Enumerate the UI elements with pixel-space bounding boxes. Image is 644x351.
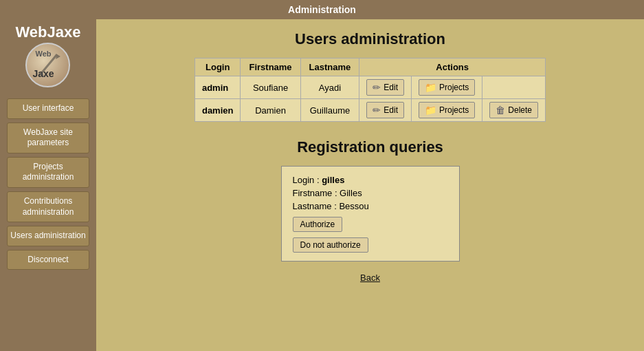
damien-edit-cell: ✏ Edit [359,99,412,122]
sidebar-item-users-administration[interactable]: Users administration [7,226,89,246]
folder-icon: 📁 [425,105,436,116]
damien-delete-cell: 🗑 Delete [482,99,546,122]
damien-edit-button[interactable]: ✏ Edit [366,102,404,118]
damien-projects-button[interactable]: 📁 Projects [419,102,475,118]
damien-delete-button[interactable]: 🗑 Delete [489,102,538,118]
edit-icon: ✏ [373,105,381,116]
admin-edit-cell: ✏ Edit [359,76,412,99]
delete-icon: 🗑 [496,105,505,116]
user-firstname-admin: Soufiane [241,76,300,99]
svg-line-0 [40,54,57,75]
content-area: Users administration Login Firstname Las… [96,19,644,351]
user-login-admin: admin [195,76,241,99]
col-firstname: Firstname [241,58,300,76]
reg-login: Login : gilles [293,175,448,185]
admin-projects-cell: 📁 Projects [412,76,482,99]
sidebar-item-projects-administration[interactable]: Projects administration [7,157,89,188]
sidebar-item-disconnect[interactable]: Disconnect [7,250,89,270]
col-lastname: Lastname [300,58,359,76]
user-lastname-admin: Ayadi [300,76,359,99]
sidebar-item-contributions-administration[interactable]: Contributions administration [7,191,89,222]
users-table: Login Firstname Lastname Actions admin S… [195,58,546,122]
back-link[interactable]: Back [110,273,630,283]
col-login: Login [195,58,241,76]
reg-lastname: Lastname : Bessou [293,201,448,211]
user-firstname-damien: Damien [241,99,300,122]
admin-empty-cell [482,76,546,99]
admin-projects-button[interactable]: 📁 Projects [419,79,475,96]
logo-circle: Web Jaxe [25,43,70,87]
col-actions: Actions [359,58,546,76]
registration-section-title: Registration queries [110,138,630,156]
table-row: admin Soufiane Ayadi ✏ Edit 📁 Projects [195,76,545,99]
table-row: damien Damien Guillaume ✏ Edit 📁 Project… [195,99,545,122]
admin-edit-button[interactable]: ✏ Edit [366,79,404,96]
admin-title: Administration [288,4,356,15]
folder-icon: 📁 [425,82,436,93]
logo-text: WebJaxe [16,25,81,40]
user-lastname-damien: Guillaume [300,99,359,122]
user-login-damien: damien [195,99,241,122]
sidebar-item-webjaxe-site-parameters[interactable]: WebJaxe site parameters [7,123,89,153]
sidebar-item-user-interface[interactable]: User interface [7,98,89,119]
logo-area: WebJaxe Web Jaxe [13,19,84,98]
registration-box: Login : gilles Firstname : Gilles Lastna… [281,166,460,262]
edit-icon: ✏ [373,82,381,93]
damien-projects-cell: 📁 Projects [412,99,482,122]
users-section-title: Users administration [110,30,630,48]
authorize-button[interactable]: Authorize [293,217,343,232]
reg-firstname: Firstname : Gilles [293,188,448,198]
sidebar: WebJaxe Web Jaxe User interface WebJaxe … [0,19,96,351]
main-layout: WebJaxe Web Jaxe User interface WebJaxe … [0,19,644,351]
top-bar: Administration [0,0,644,19]
do-not-authorize-button[interactable]: Do not authorize [293,237,368,253]
